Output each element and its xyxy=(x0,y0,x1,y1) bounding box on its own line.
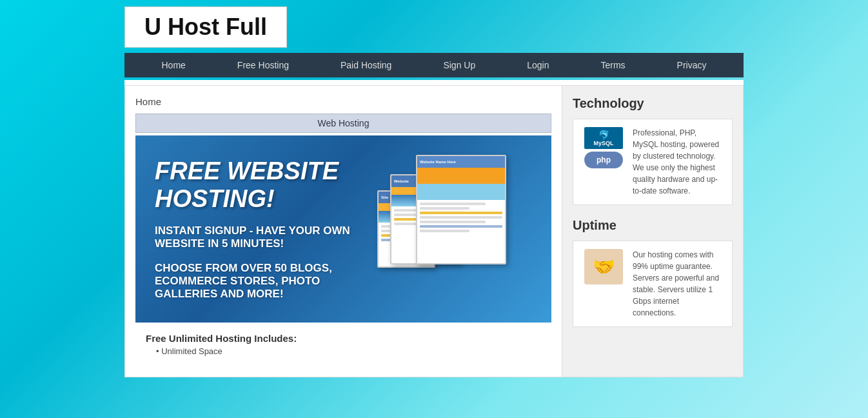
sidebar: Technology 🐬 MySQL php Professional, PHP… xyxy=(562,86,743,377)
sidebar-technology: Technology 🐬 MySQL php Professional, PHP… xyxy=(573,96,733,205)
nav-privacy[interactable]: Privacy xyxy=(651,53,733,77)
bw1-hero-content xyxy=(417,168,505,200)
logo-box: U Host Full xyxy=(124,6,287,48)
php-logo: php xyxy=(584,152,623,168)
uptime-text: Our hosting comes with 99% uptime guaran… xyxy=(633,249,724,319)
bw1-line7 xyxy=(420,230,469,232)
sidebar-uptime: Uptime 🤝 Our hosting comes with 99% upti… xyxy=(573,218,733,327)
bw1-lines xyxy=(417,200,505,237)
unlimited-item: • Unlimited Space xyxy=(156,346,541,356)
hero-text: FREE WEBSITE HOSTING! INSTANT SIGNUP - H… xyxy=(155,157,371,301)
hero-image: Site Website xyxy=(371,155,532,303)
nav-home[interactable]: Home xyxy=(135,53,211,77)
bw1-line3 xyxy=(420,212,502,214)
bw1-title: Website Name Here xyxy=(420,160,456,164)
hero-banner: FREE WEBSITE HOSTING! INSTANT SIGNUP - H… xyxy=(135,135,551,323)
mysql-dolphin-icon: 🐬 xyxy=(598,130,609,140)
top-spacer xyxy=(124,80,744,85)
uptime-title: Uptime xyxy=(573,218,733,233)
technology-title: Technology xyxy=(573,96,733,111)
nav-free-hosting[interactable]: Free Hosting xyxy=(212,53,315,77)
bw2-title: Website xyxy=(394,179,409,183)
bw1-header: Website Name Here xyxy=(417,156,505,168)
uptime-icon-group: 🤝 xyxy=(581,249,626,284)
nav-login[interactable]: Login xyxy=(501,53,575,77)
bw1-line5 xyxy=(420,221,486,223)
nav-sign-up[interactable]: Sign Up xyxy=(417,53,501,77)
nav-paid-hosting[interactable]: Paid Hosting xyxy=(315,53,417,77)
hero-title: FREE WEBSITE HOSTING! xyxy=(155,157,371,213)
technology-icon-group: 🐬 MySQL php xyxy=(581,127,626,168)
technology-card: 🐬 MySQL php Professional, PHP, MySQL hos… xyxy=(573,119,733,205)
nav-terms[interactable]: Terms xyxy=(575,53,651,77)
technology-text: Professional, PHP, MySQL hosting, powere… xyxy=(633,127,724,197)
bullet: • xyxy=(156,346,161,356)
bw1-line6 xyxy=(420,225,502,228)
bw1-line1 xyxy=(420,203,486,205)
breadcrumb: Home xyxy=(135,96,551,107)
mysql-logo: 🐬 MySQL xyxy=(584,127,623,149)
hero-subtitle: INSTANT SIGNUP - HAVE YOUR OWN WEBSITE I… xyxy=(155,224,371,250)
unlimited-title: Free Unlimited Hosting Includes: xyxy=(146,333,541,344)
nav-bar: Home Free Hosting Paid Hosting Sign Up L… xyxy=(124,53,744,77)
web-hosting-bar: Web Hosting xyxy=(135,114,551,133)
mysql-label: MySQL xyxy=(589,140,618,146)
bottom-section: Free Unlimited Hosting Includes: • Unlim… xyxy=(135,323,551,366)
bw1-line4 xyxy=(420,216,502,219)
unlimited-item-text: Unlimited Space xyxy=(161,346,222,356)
site-logo[interactable]: U Host Full xyxy=(144,14,267,40)
handshake-icon: 🤝 xyxy=(584,249,623,284)
uptime-card: 🤝 Our hosting comes with 99% uptime guar… xyxy=(573,241,733,327)
main-content: Home Web Hosting FREE WEBSITE HOSTING! I… xyxy=(125,86,562,377)
content-area: Home Web Hosting FREE WEBSITE HOSTING! I… xyxy=(124,85,744,377)
browser-window-1: Website Name Here xyxy=(416,155,506,264)
bw3-title: Site xyxy=(381,195,388,199)
hero-features: CHOOSE FROM OVER 50 BLOGS, ECOMMERCE STO… xyxy=(155,262,371,301)
bw1-line2 xyxy=(420,207,469,210)
logo-area: U Host Full xyxy=(124,6,744,53)
